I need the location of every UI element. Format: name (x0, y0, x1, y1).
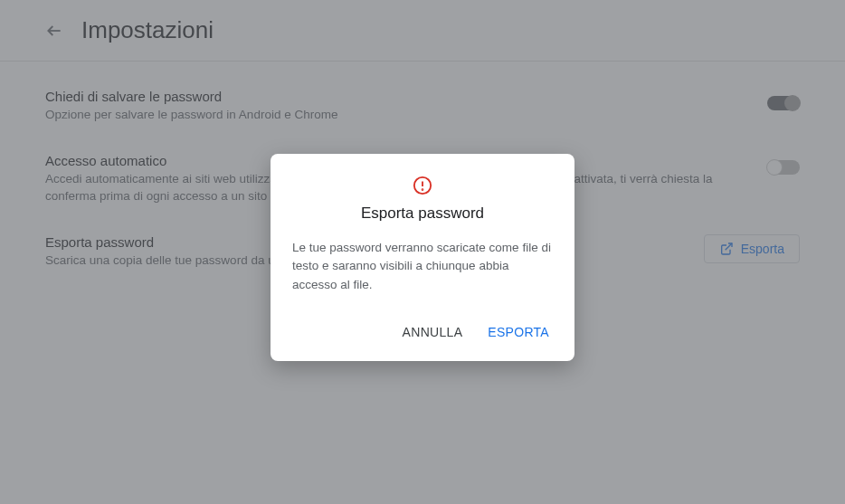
dialog-title: Esporta password (292, 204, 553, 223)
modal-overlay[interactable]: Esporta password Le tue password verrann… (0, 0, 845, 504)
cancel-button[interactable]: ANNULLA (399, 319, 467, 345)
export-password-dialog: Esporta password Le tue password verrann… (271, 154, 574, 361)
dialog-actions: ANNULLA ESPORTA (292, 319, 553, 350)
confirm-export-button[interactable]: ESPORTA (484, 319, 553, 345)
dialog-body: Le tue password verranno scaricate come … (292, 239, 553, 294)
svg-point-4 (422, 189, 423, 190)
alert-icon (292, 176, 553, 195)
